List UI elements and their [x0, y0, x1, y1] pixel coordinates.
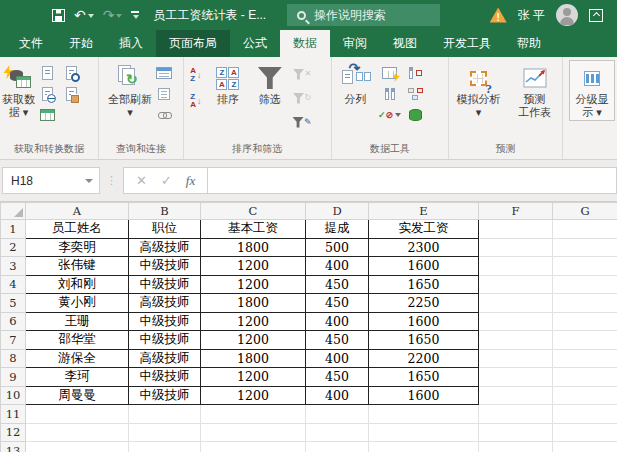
existing-connections-icon[interactable] — [61, 85, 81, 103]
cell-F10[interactable] — [479, 386, 553, 405]
tab-view[interactable]: 视图 — [380, 30, 430, 57]
recent-sources-icon[interactable] — [61, 64, 81, 82]
cell-E3[interactable]: 1600 — [369, 257, 479, 276]
row-header-8[interactable]: 8 — [1, 349, 26, 368]
tab-help[interactable]: 帮助 — [504, 30, 554, 57]
cell-G13[interactable] — [553, 442, 617, 452]
cell-G7[interactable] — [553, 331, 617, 350]
cell-F3[interactable] — [479, 257, 553, 276]
cell-C10[interactable]: 1200 — [201, 386, 306, 405]
cell-A5[interactable]: 黄小刚 — [26, 294, 129, 313]
redo-button[interactable]: ↷ — [103, 6, 123, 24]
cell-E10[interactable]: 1600 — [369, 386, 479, 405]
cell-E9[interactable]: 1650 — [369, 368, 479, 387]
cell-D7[interactable]: 450 — [306, 331, 369, 350]
properties-icon[interactable] — [154, 85, 174, 103]
filter-button[interactable]: 筛选 — [250, 60, 290, 106]
cell-D6[interactable]: 400 — [306, 312, 369, 331]
select-all-corner[interactable] — [1, 203, 26, 220]
cell-B8[interactable]: 高级技师 — [129, 349, 201, 368]
cell-D5[interactable]: 450 — [306, 294, 369, 313]
cell-F7[interactable] — [479, 331, 553, 350]
cell-D13[interactable] — [306, 442, 369, 452]
tab-file[interactable]: 文件 — [6, 30, 56, 57]
row-header-5[interactable]: 5 — [1, 294, 26, 313]
cell-G9[interactable] — [553, 368, 617, 387]
cell-D1[interactable]: 提成 — [306, 220, 369, 239]
cell-E2[interactable]: 2300 — [369, 238, 479, 257]
sort-descending-icon[interactable]: ZA↓ — [186, 92, 206, 110]
tab-insert[interactable]: 插入 — [106, 30, 156, 57]
formula-input[interactable] — [208, 167, 617, 194]
cell-D12[interactable] — [306, 423, 369, 442]
insert-function-icon[interactable]: fx — [186, 173, 195, 189]
cell-D10[interactable]: 400 — [306, 386, 369, 405]
cell-E11[interactable] — [369, 405, 479, 424]
column-header-G[interactable]: G — [553, 203, 617, 220]
tab-home[interactable]: 开始 — [56, 30, 106, 57]
cell-F12[interactable] — [479, 423, 553, 442]
row-header-7[interactable]: 7 — [1, 331, 26, 350]
undo-button[interactable]: ↶ — [74, 6, 94, 24]
cell-C5[interactable]: 1800 — [201, 294, 306, 313]
tab-data[interactable]: 数据 — [280, 30, 330, 57]
row-header-2[interactable]: 2 — [1, 238, 26, 257]
cell-D9[interactable]: 450 — [306, 368, 369, 387]
cell-D3[interactable]: 400 — [306, 257, 369, 276]
row-header-1[interactable]: 1 — [1, 220, 26, 239]
tab-developer[interactable]: 开发工具 — [430, 30, 504, 57]
formula-bar-grip-icon[interactable]: ⋮ — [100, 174, 123, 187]
cell-D2[interactable]: 500 — [306, 238, 369, 257]
column-header-D[interactable]: D — [306, 203, 369, 220]
tab-page-layout[interactable]: 页面布局 — [156, 30, 230, 57]
sort-button[interactable]: ZA AZ 排序 — [208, 60, 248, 106]
row-header-12[interactable]: 12 — [1, 423, 26, 442]
cell-C11[interactable] — [201, 405, 306, 424]
cell-A8[interactable]: 游保全 — [26, 349, 129, 368]
cell-B1[interactable]: 职位 — [129, 220, 201, 239]
cell-B7[interactable]: 中级技师 — [129, 331, 201, 350]
cell-G3[interactable] — [553, 257, 617, 276]
cell-G12[interactable] — [553, 423, 617, 442]
cancel-icon[interactable]: ✕ — [136, 173, 147, 188]
cell-E5[interactable]: 2250 — [369, 294, 479, 313]
cell-C7[interactable]: 1200 — [201, 331, 306, 350]
name-box-caret-icon[interactable] — [85, 179, 93, 183]
cell-B10[interactable]: 中级技师 — [129, 386, 201, 405]
cell-F8[interactable] — [479, 349, 553, 368]
cell-A1[interactable]: 员工姓名 — [26, 220, 129, 239]
customize-qat-button[interactable] — [131, 11, 139, 20]
queries-connections-icon[interactable] — [154, 64, 174, 82]
cell-B6[interactable]: 中级技师 — [129, 312, 201, 331]
cell-B4[interactable]: 中级技师 — [129, 275, 201, 294]
cell-A4[interactable]: 刘和刚 — [26, 275, 129, 294]
cell-E4[interactable]: 1650 — [369, 275, 479, 294]
manage-data-model-icon[interactable] — [406, 106, 426, 124]
cell-F11[interactable] — [479, 405, 553, 424]
avatar[interactable] — [556, 4, 578, 26]
cell-C3[interactable]: 1200 — [201, 257, 306, 276]
tab-formulas[interactable]: 公式 — [230, 30, 280, 57]
cell-B3[interactable]: 中级技师 — [129, 257, 201, 276]
enter-icon[interactable]: ✓ — [161, 173, 172, 188]
name-box[interactable]: H18 — [2, 167, 100, 194]
save-icon[interactable] — [52, 9, 65, 22]
column-header-E[interactable]: E — [369, 203, 479, 220]
row-header-6[interactable]: 6 — [1, 312, 26, 331]
row-header-3[interactable]: 3 — [1, 257, 26, 276]
cell-C12[interactable] — [201, 423, 306, 442]
cell-F5[interactable] — [479, 294, 553, 313]
cell-E1[interactable]: 实发工资 — [369, 220, 479, 239]
cell-A2[interactable]: 李奕明 — [26, 238, 129, 257]
cell-E13[interactable] — [369, 442, 479, 452]
cell-E12[interactable] — [369, 423, 479, 442]
cell-A3[interactable]: 张伟键 — [26, 257, 129, 276]
advanced-filter-icon[interactable]: ✎ — [292, 113, 312, 131]
cell-C9[interactable]: 1200 — [201, 368, 306, 387]
cell-C6[interactable]: 1200 — [201, 312, 306, 331]
tell-me-search[interactable]: 操作说明搜索 — [287, 4, 440, 26]
text-to-columns-button[interactable]: ↷ 分列 — [334, 60, 378, 106]
cell-G2[interactable] — [553, 238, 617, 257]
cell-A11[interactable] — [26, 405, 129, 424]
row-header-13[interactable]: 13 — [1, 442, 26, 452]
